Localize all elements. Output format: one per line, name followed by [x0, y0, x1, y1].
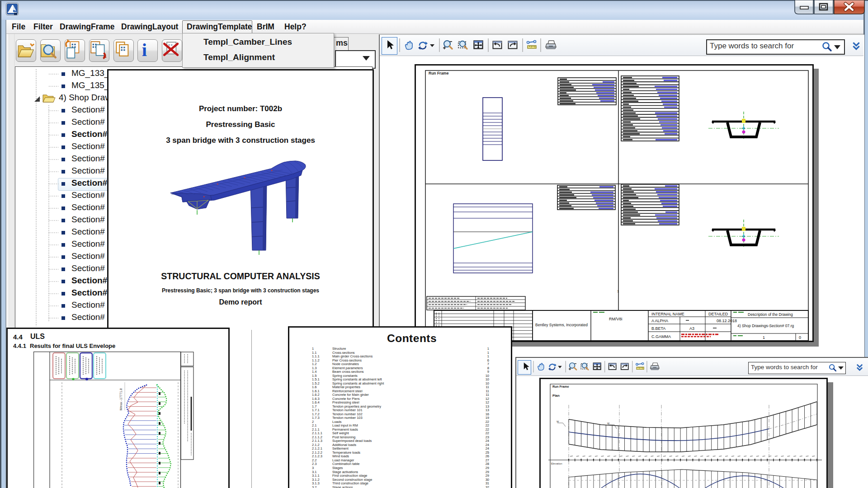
svg-text:W: W [607, 422, 610, 425]
svg-text:C.GAMMA: C.GAMMA [651, 334, 671, 339]
svg-text:INTERNAL NAME: INTERNAL NAME [651, 312, 684, 316]
svg-text:A3: A3 [689, 326, 694, 331]
svg-text:DETAILED: DETAILED [708, 312, 728, 316]
svg-text:4) Shop Drawings-Section# 07.r: 4) Shop Drawings-Section# 07.rg [737, 324, 794, 328]
svg-text:i: i [142, 40, 147, 60]
svg-text:W: W [557, 420, 559, 423]
svg-text:Mmax -17771.8: Mmax -17771.8 [119, 388, 123, 410]
svg-text:A ALPHA: A ALPHA [651, 319, 668, 323]
svg-text:Description of the Drawing: Description of the Drawing [748, 312, 793, 317]
svg-text:0: 0 [799, 335, 801, 340]
svg-text:Plan: Plan [552, 394, 560, 398]
svg-text:1: 1 [617, 289, 619, 293]
svg-text:Run Frame: Run Frame [429, 71, 449, 75]
svg-text:RM/V8i: RM/V8i [609, 317, 623, 321]
svg-text:08.12.2018: 08.12.2018 [717, 319, 737, 323]
svg-text:Bentley Systems, Incorporated: Bentley Systems, Incorporated [535, 323, 588, 327]
svg-text:B.BETA: B.BETA [651, 326, 665, 331]
svg-text:1: 1 [763, 335, 765, 340]
svg-text:Run Frame: Run Frame [552, 385, 569, 388]
svg-text:Elevation: Elevation [551, 462, 562, 465]
